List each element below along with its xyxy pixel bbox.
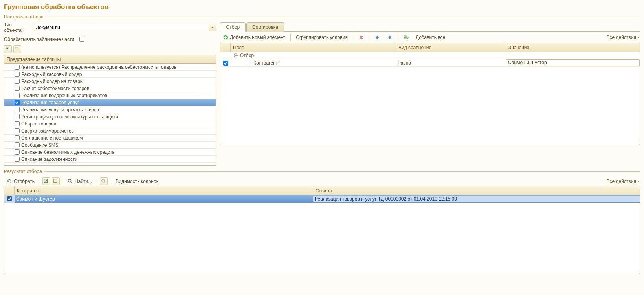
svg-point-11: [102, 179, 105, 182]
tree-item-checkbox[interactable]: [15, 86, 20, 91]
tree-item[interactable]: Реализация подарочных сертификатов: [4, 92, 216, 99]
tree-item[interactable]: Расходный ордер на товары: [4, 78, 216, 85]
all-actions-label: Все действия: [607, 35, 636, 40]
search-icon: [68, 179, 73, 184]
tree-item-checkbox[interactable]: [15, 114, 20, 119]
process-tables-checkbox[interactable]: [79, 37, 84, 42]
tree-item[interactable]: (не используется) Распределение расходов…: [4, 64, 216, 71]
columns-button[interactable]: Видимость колонок: [113, 177, 161, 185]
tree-item-checkbox[interactable]: [15, 93, 20, 98]
clear-search-button[interactable]: [100, 177, 108, 185]
all-actions-button[interactable]: Все действия: [607, 35, 640, 40]
add-all-button[interactable]: Добавить все: [413, 33, 448, 41]
uncheck-all-button[interactable]: [13, 45, 21, 53]
refresh-icon: [7, 179, 12, 184]
filter-col-field: Поле: [231, 43, 396, 52]
tree-item-checkbox[interactable]: [15, 128, 20, 133]
chevron-down-icon: [211, 25, 214, 30]
check-all-icon: [5, 46, 11, 52]
tree-item-label: Сборка товаров: [21, 121, 56, 127]
separator: [97, 178, 97, 185]
filter-row-value[interactable]: Саймон и Шустер: [506, 59, 640, 66]
tree-header: Представление таблицы: [4, 55, 216, 63]
move-up-button[interactable]: [372, 33, 383, 41]
svg-rect-3: [404, 36, 407, 37]
tree-item[interactable]: Регистрация цен номенклатуры поставщика: [4, 113, 216, 120]
check-all-button[interactable]: [4, 45, 12, 53]
tree-item[interactable]: Списание задолженности: [4, 156, 216, 163]
settings-legend: Настройки отбора: [4, 14, 640, 20]
tree-item-checkbox[interactable]: [15, 100, 20, 105]
separator: [40, 178, 40, 185]
separator: [369, 34, 369, 41]
result-all-actions-button[interactable]: Все действия: [607, 179, 640, 184]
tree-body[interactable]: (не используется) Распределение расходов…: [4, 64, 216, 165]
svg-rect-5: [404, 39, 407, 39]
all-actions-label: Все действия: [607, 179, 636, 184]
tree-item[interactable]: Реализация услуг и прочих активов: [4, 106, 216, 113]
filter-group-label: Отбор: [240, 53, 254, 58]
add-all-label: Добавить все: [416, 35, 445, 40]
tree-item-label: Соглашение с поставщиком: [21, 135, 83, 141]
result-table: Контрагент Ссылка Саймон и Шустер Реализ…: [4, 186, 640, 274]
group-conditions-button[interactable]: Сгруппировать условия: [293, 33, 350, 41]
tree-item[interactable]: Сверка взаиморасчетов: [4, 127, 216, 135]
result-col-link: Ссылка: [313, 186, 640, 195]
uncheck-all-result-button[interactable]: [52, 177, 60, 185]
tab-Отбор[interactable]: Отбор: [220, 22, 246, 32]
arrow-up-icon: [374, 35, 380, 40]
tree-item-checkbox[interactable]: [15, 149, 20, 155]
move-down-button[interactable]: [384, 33, 395, 41]
tree-panel: Представление таблицы (не используется) …: [4, 55, 216, 166]
add-element-button[interactable]: Добавить новый элемент: [220, 33, 288, 41]
collapse-icon[interactable]: [233, 53, 239, 58]
filter-row-checkbox[interactable]: [223, 61, 228, 66]
delete-button[interactable]: [356, 33, 367, 41]
find-button[interactable]: Найти...: [65, 177, 95, 185]
filter-row-comparison[interactable]: Равно: [396, 60, 506, 66]
tree-item[interactable]: Списание безналичных денежных средств: [4, 149, 216, 156]
result-col-counterparty: Контрагент: [15, 186, 313, 195]
tab-Сортировка[interactable]: Сортировка: [246, 22, 284, 32]
tree-item-label: Списание безналичных денежных средств: [21, 149, 115, 155]
field-icon: [246, 60, 252, 66]
tree-item-checkbox[interactable]: [15, 107, 20, 112]
result-legend: Результат отбора: [4, 169, 640, 174]
tree-item-label: Реализация услуг и прочих активов: [21, 107, 99, 112]
tree-item-checkbox[interactable]: [15, 135, 20, 140]
tree-item[interactable]: Сообщение SMS: [4, 142, 216, 149]
tree-item-checkbox[interactable]: [15, 79, 20, 84]
filter-group-row[interactable]: Отбор: [220, 52, 640, 59]
tree-item[interactable]: Расходный кассовый ордер: [4, 71, 216, 78]
tree-item-checkbox[interactable]: [15, 65, 20, 70]
type-input[interactable]: [34, 24, 209, 31]
tree-item[interactable]: Расчет себестоимости товаров: [4, 85, 216, 92]
svg-rect-9: [54, 179, 57, 183]
type-combo[interactable]: [34, 24, 216, 31]
chevron-down-icon: [637, 179, 640, 184]
tree-item[interactable]: Реализация товаров услуг: [4, 99, 216, 106]
result-row[interactable]: Саймон и Шустер Реализация товаров и усл…: [4, 195, 640, 203]
type-dropdown-button[interactable]: [209, 24, 216, 31]
tree-item-checkbox[interactable]: [15, 121, 20, 126]
filter-condition-row[interactable]: Контрагент Равно Саймон и Шустер: [220, 59, 640, 67]
tree-item[interactable]: Сборка товаров: [4, 120, 216, 127]
uncheck-all-icon: [15, 46, 20, 52]
check-all-result-button[interactable]: [42, 177, 50, 185]
filter-table: Поле Вид сравнения Значение Отбор: [220, 43, 640, 145]
page-title: Групповая обработка объектов: [4, 3, 640, 11]
tree-item-checkbox[interactable]: [15, 72, 20, 77]
tree-item-label: Сообщение SMS: [21, 142, 59, 148]
tree-item-checkbox[interactable]: [15, 157, 20, 162]
tree-item-checkbox[interactable]: [15, 142, 20, 148]
separator: [110, 178, 110, 185]
svg-rect-7: [248, 63, 251, 63]
select-button[interactable]: Отобрать: [4, 177, 37, 185]
add-all-fields-button[interactable]: [400, 33, 411, 41]
process-tables-label: Обрабатывать табличные части:: [4, 37, 75, 42]
add-icon: [223, 35, 228, 40]
tree-item[interactable]: Соглашение с поставщиком: [4, 135, 216, 142]
result-row-checkbox[interactable]: [7, 196, 12, 201]
columns-label: Видимость колонок: [116, 179, 158, 184]
find-label: Найти...: [75, 179, 92, 184]
